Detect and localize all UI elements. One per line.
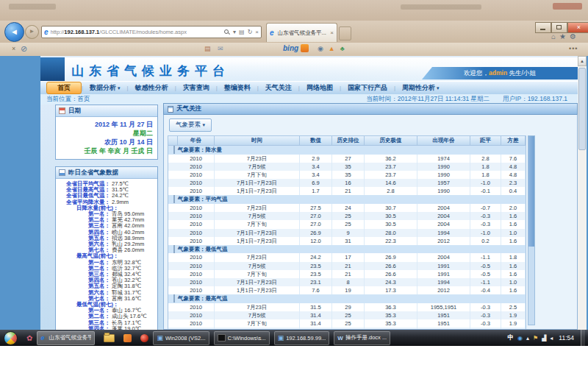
expand-checkbox[interactable] (173, 195, 175, 203)
table-row[interactable]: 20107月23日2.92736.219742.87.6 (168, 155, 526, 163)
menu-item-7[interactable]: 国家下行产品 (341, 82, 394, 93)
toolbar-cluster-icon-1[interactable]: ▲ (329, 45, 335, 52)
row-spacer-cell (168, 253, 178, 261)
bing-logo[interactable]: bing (283, 44, 298, 52)
panel-scrollbar-thumb[interactable] (528, 136, 534, 247)
table-row[interactable]: 20107月下旬3.43523.719901.84.8 (168, 171, 526, 179)
table-row[interactable]: 20107月1日~7月23日6.91614.61957-1.02.3 (168, 179, 526, 187)
cell: 1.0 (501, 278, 526, 286)
action-center-flag-icon[interactable]: ⚑ (533, 335, 538, 342)
refresh-icon[interactable]: ↻ (248, 29, 253, 35)
table-group-row-3[interactable]: 气象要素：最高气温 (168, 294, 526, 303)
window-controls: × (535, 22, 588, 33)
cell: 2.8 (365, 187, 417, 195)
scroll-up-icon[interactable]: ▲ (578, 56, 587, 66)
taskbar-window-button-1[interactable]: C:\Windows\s... (214, 331, 270, 345)
menu-item-6[interactable]: 网络地图 (300, 82, 340, 93)
menu-item-8[interactable]: 周期性分析 ▾ (395, 82, 445, 93)
page-scrollbar[interactable]: ▲ (578, 56, 587, 330)
system-tray: 中 ◉▴⚑▟◂ 11:54 (508, 330, 588, 346)
table-row[interactable]: 20107月5候23.52126.61991-0.51.6 (168, 262, 526, 270)
header-cell-7: 方差 (501, 136, 526, 146)
menu-item-2[interactable]: 敏感性分析 (129, 82, 175, 93)
table-row[interactable]: 20107月23日27.52430.72004-0.72.0 (168, 204, 526, 212)
element-dropdown-button[interactable]: 气象要素 ▾ (169, 118, 212, 132)
stop-icon[interactable]: × (255, 29, 259, 35)
table-row[interactable]: 20107月下旬27.02530.52004-0.31.6 (168, 220, 526, 228)
show-desktop-button[interactable] (581, 330, 585, 346)
more-options-dots-icon[interactable]: ••• (569, 45, 578, 52)
search-dropdown-icon[interactable]: ▾ (233, 29, 236, 35)
menu-item-3[interactable]: 灾害查询 (176, 82, 216, 93)
cell: 1.6 (501, 270, 526, 278)
close-toolbar-icon[interactable]: × (12, 45, 15, 52)
back-button[interactable]: ◄ (4, 22, 24, 42)
search-icon[interactable] (224, 29, 230, 35)
taskbar-window-button-2[interactable]: ▣192.168.59.99... (274, 331, 330, 345)
network-icon[interactable]: ▟ (542, 335, 546, 342)
toolbar-cluster-icon-2[interactable]: ♣ (340, 45, 345, 52)
close-button[interactable]: × (567, 22, 588, 33)
start-button[interactable] (4, 331, 18, 345)
table-row[interactable]: 20101月1日~7月23日7.61917.32012-0.41.6 (168, 286, 526, 294)
table-row[interactable]: 20101月1日~7月23日12.03122.320120.21.6 (168, 237, 526, 245)
maximize-button[interactable] (551, 22, 567, 33)
row-spacer-cell (168, 319, 178, 328)
show-hidden-icons-icon[interactable]: ▴ (526, 335, 529, 342)
table-group-row-0[interactable]: 气象要素：降水量 (168, 146, 526, 155)
address-bar[interactable]: e http://192.168.137.1/GLCCLIMATE/module… (41, 26, 262, 38)
page-scrollbar-thumb[interactable] (578, 68, 586, 150)
table-row[interactable]: 20107月5候31.42535.31951-0.31.9 (168, 311, 526, 319)
favorites-star-icon[interactable]: ★ (559, 32, 566, 40)
taskbar-ie-button[interactable]: e 山东省气候业务平... (37, 331, 95, 345)
weather-table: 年份时间数值历史排位历史极值出现年份距平方差 气象要素：降水量20107月23日… (168, 135, 526, 330)
home-icon[interactable]: ⌂ (551, 32, 556, 40)
table-row[interactable]: 20107月1日~7月23日23.1824.31994-1.11.0 (168, 278, 526, 286)
table-row[interactable]: 20107月1日~7月23日26.9928.01994-1.01.0 (168, 229, 526, 237)
table-group-row-1[interactable]: 气象要素：平均气温 (168, 195, 526, 204)
table-row[interactable]: 20107月下旬23.52126.61991-0.51.6 (168, 270, 526, 278)
table-row[interactable]: 20107月5候27.02530.52004-0.31.6 (168, 212, 526, 220)
browser-tab[interactable]: e 山东省气候业务平... × (266, 23, 337, 42)
cell: 7月23日 (215, 204, 300, 212)
tray-icons: ◉▴⚑▟◂ (517, 335, 553, 342)
toolbar-cluster-icon-0[interactable]: ◉ (318, 45, 323, 52)
media-player-icon[interactable] (140, 334, 148, 342)
menu-item-1[interactable]: 数据分析 ▾ (83, 82, 126, 93)
gear-icon[interactable]: ⚙ (570, 32, 576, 40)
new-tab-button[interactable] (339, 26, 351, 40)
cell: -1.1 (470, 253, 501, 261)
expand-checkbox[interactable] (173, 294, 175, 302)
folder-icon[interactable] (104, 334, 115, 342)
menu-item-0[interactable]: 首页 (46, 82, 82, 94)
tab-close-icon[interactable]: × (330, 29, 334, 36)
table-row[interactable]: 20107月23日31.52936.31955,1951-0.32.5 (168, 303, 526, 311)
cell: 17 (332, 253, 365, 261)
forward-button[interactable]: ► (25, 25, 39, 39)
panel-scrollbar[interactable] (528, 135, 535, 325)
taskbar-window-button-0[interactable]: ▣Win2008 (VS2... (153, 331, 209, 345)
pinned-app-icon[interactable]: ✿ (26, 334, 32, 342)
table-row[interactable]: 20107月5候3.43523.719901.84.8 (168, 163, 526, 171)
weather-data-body: 全省日平均气温：27.5℃全省日最高气温：31.5℃全省日最低气温：24.2℃全… (56, 179, 157, 330)
card-icon[interactable]: ▤ (204, 45, 211, 52)
minimize-button[interactable] (535, 22, 551, 33)
expand-checkbox[interactable] (173, 245, 175, 253)
table-row[interactable]: 20101月1日~7月23日1.7212.81990-0.10.4 (168, 187, 526, 195)
table-row[interactable]: 20107月下旬31.42535.31951-0.31.9 (168, 319, 526, 328)
menu-item-4[interactable]: 整编资料 (218, 82, 257, 93)
bing-button-icon[interactable] (301, 44, 309, 52)
mail-icon[interactable]: ✉ (218, 45, 223, 52)
language-indicator[interactable]: 中 (508, 333, 514, 342)
input-indicator-icon[interactable]: ◉ (517, 335, 523, 342)
menu-item-5[interactable]: 天气关注 (259, 82, 298, 93)
table-group-row-2[interactable]: 气象要素：最低气温 (168, 245, 526, 254)
taskbar-window-button-3[interactable]: W操作手册.docx ... (334, 331, 390, 345)
volume-icon[interactable]: ◂ (550, 335, 553, 342)
cell: 24 (332, 204, 365, 212)
taskbar-clock[interactable]: 11:54 (559, 334, 574, 342)
expand-checkbox[interactable] (173, 146, 175, 154)
row-spacer-cell (168, 171, 178, 179)
table-row[interactable]: 20107月23日24.21726.92004-1.11.8 (168, 253, 526, 261)
app-orange-icon[interactable] (123, 334, 132, 342)
